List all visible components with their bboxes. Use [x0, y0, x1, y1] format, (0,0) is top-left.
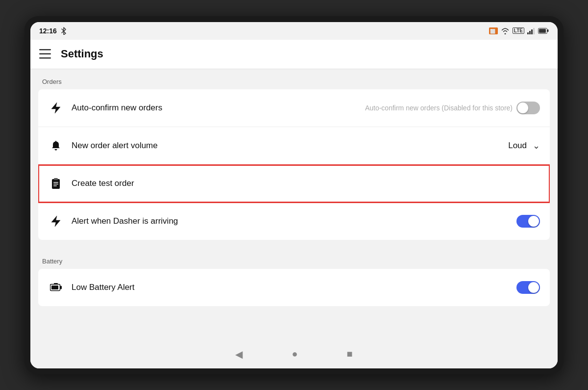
svg-rect-3	[529, 31, 531, 34]
alert-volume-label: New order alert volume	[72, 141, 508, 151]
chevron-down-icon: ⌄	[533, 140, 540, 151]
recents-button[interactable]: ■	[347, 348, 353, 360]
create-test-order-label: Create test order	[72, 179, 540, 188]
svg-rect-18	[60, 286, 62, 289]
back-button[interactable]: ◀	[235, 348, 243, 360]
menu-icon[interactable]	[39, 49, 51, 59]
battery-status-icon	[538, 28, 549, 34]
content-area: Orders Auto-confirm new orders Auto-conf…	[30, 69, 558, 342]
svg-rect-16	[53, 185, 57, 186]
page-title: Settings	[61, 48, 103, 60]
auto-confirm-right: Auto-confirm new orders (Disabled for th…	[365, 102, 540, 114]
battery-icon	[48, 280, 64, 295]
svg-rect-13	[54, 178, 58, 180]
lightning-dasher-icon	[48, 213, 64, 229]
status-time: 12:16	[39, 27, 57, 35]
svg-rect-5	[533, 28, 535, 34]
battery-section-header: Battery	[30, 249, 558, 269]
svg-text:⬜: ⬜	[490, 28, 496, 34]
orders-section-header: Orders	[30, 69, 558, 89]
cast-icon: ⬜	[489, 27, 498, 34]
svg-rect-8	[539, 29, 546, 33]
clipboard-icon	[48, 176, 64, 191]
svg-rect-9	[39, 49, 51, 51]
status-left: 12:16	[39, 27, 67, 35]
alert-volume-item[interactable]: New order alert volume Loud ⌄	[38, 127, 550, 165]
toggle-thumb	[517, 103, 528, 113]
svg-rect-10	[39, 53, 51, 55]
status-bar: 12:16 ⬜	[30, 22, 558, 40]
section-gap	[30, 240, 558, 249]
auto-confirm-item[interactable]: Auto-confirm new orders Auto-confirm new…	[38, 89, 550, 127]
alert-dasher-right	[516, 215, 540, 228]
auto-confirm-right-text: Auto-confirm new orders (Disabled for th…	[365, 104, 513, 112]
low-battery-item[interactable]: Low Battery Alert	[38, 269, 550, 306]
orders-card: Auto-confirm new orders Auto-confirm new…	[38, 89, 550, 240]
alert-dasher-item[interactable]: Alert when Dasher is arriving	[38, 203, 550, 240]
low-battery-right	[516, 281, 540, 294]
status-right: ⬜ LTE	[489, 27, 549, 34]
bottom-nav: ◀ ● ■	[30, 342, 558, 368]
auto-confirm-label: Auto-confirm new orders	[72, 103, 365, 113]
low-battery-toggle[interactable]	[516, 281, 540, 294]
bluetooth-icon	[61, 27, 67, 35]
low-battery-label: Low Battery Alert	[72, 283, 516, 292]
tablet-screen: 12:16 ⬜	[30, 22, 558, 368]
battery-card: Low Battery Alert	[38, 269, 550, 306]
wifi-icon	[501, 27, 510, 34]
svg-rect-20	[54, 283, 58, 285]
create-test-order-item[interactable]: Create test order	[38, 165, 550, 203]
lte-icon: LTE	[513, 27, 524, 34]
bottom-padding	[30, 306, 558, 316]
svg-rect-14	[53, 182, 58, 183]
home-button[interactable]: ●	[292, 348, 297, 360]
svg-rect-4	[531, 29, 533, 34]
alert-dasher-toggle[interactable]	[516, 215, 540, 228]
lightning-icon-auto	[48, 100, 64, 116]
alert-volume-right[interactable]: Loud ⌄	[508, 140, 540, 151]
svg-rect-15	[53, 183, 58, 184]
svg-rect-7	[547, 29, 549, 32]
svg-rect-19	[51, 286, 58, 289]
alert-dasher-label: Alert when Dasher is arriving	[72, 216, 516, 226]
toggle-thumb-dasher	[528, 216, 539, 227]
alert-volume-value: Loud	[508, 141, 527, 151]
toggle-thumb-battery	[528, 282, 539, 293]
signal-icon	[527, 27, 535, 34]
svg-rect-11	[39, 57, 51, 59]
app-bar: Settings	[30, 40, 558, 69]
bell-icon	[48, 138, 64, 154]
svg-rect-2	[527, 32, 529, 34]
tablet-frame: 12:16 ⬜	[24, 16, 564, 374]
auto-confirm-toggle[interactable]	[516, 102, 540, 114]
